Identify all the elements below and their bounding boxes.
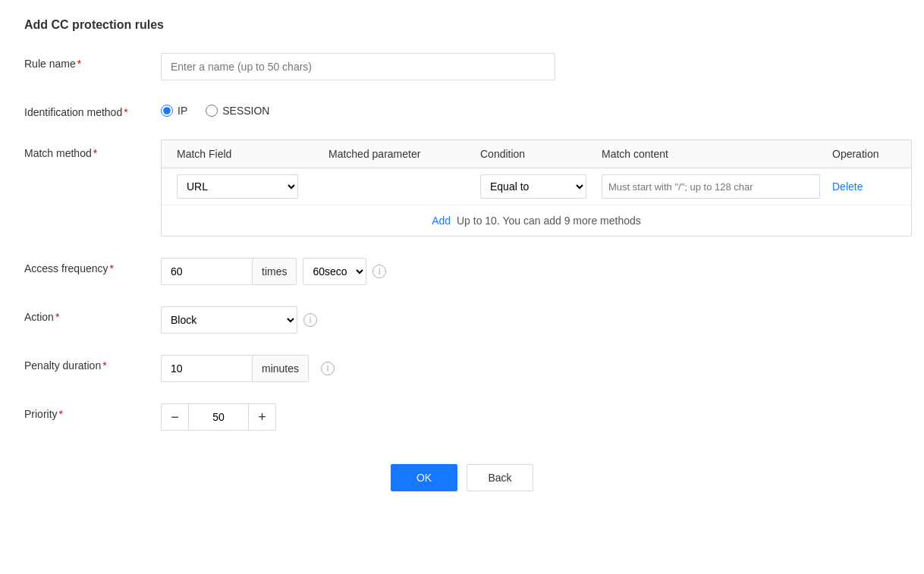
identification-method-control: IP SESSION xyxy=(161,102,900,117)
radio-ip[interactable]: IP xyxy=(161,105,187,117)
action-control: Block Observe Verification code i xyxy=(161,306,900,334)
rule-name-control xyxy=(161,53,900,80)
penalty-group: minutes i xyxy=(161,355,900,382)
match-table-footer: Add Up to 10. You can add 9 more methods xyxy=(162,205,911,236)
rule-name-row: Rule name* xyxy=(24,53,900,80)
frequency-group: times 10seco 20seco 30seco 60seco 2min 5… xyxy=(161,258,900,285)
frequency-value-input[interactable] xyxy=(161,258,252,285)
identification-method-label: Identification method* xyxy=(24,102,161,118)
penalty-info-icon[interactable]: i xyxy=(321,362,335,375)
frequency-info-icon[interactable]: i xyxy=(372,265,386,278)
frequency-period-select[interactable]: 10seco 20seco 30seco 60seco 2min 5min xyxy=(303,258,366,285)
penalty-value-input[interactable] xyxy=(161,355,252,382)
match-table-header: Match Field Matched parameter Condition … xyxy=(162,140,911,168)
priority-decrement-button[interactable]: − xyxy=(161,403,188,431)
match-table: Match Field Matched parameter Condition … xyxy=(161,140,912,237)
match-table-row: URL Equal to Not equal to Contains xyxy=(162,168,911,205)
match-content-cell xyxy=(596,174,826,199)
col-operation: Operation xyxy=(826,140,902,168)
match-method-label: Match method* xyxy=(24,140,161,159)
match-method-row: Match method* Match Field Matched parame… xyxy=(24,140,900,237)
col-condition: Condition xyxy=(474,140,596,168)
add-method-button[interactable]: Add xyxy=(432,215,451,227)
radio-session-input[interactable] xyxy=(206,105,218,117)
action-select[interactable]: Block Observe Verification code xyxy=(161,306,297,334)
frequency-unit: times xyxy=(252,258,297,285)
rule-name-input[interactable] xyxy=(161,53,555,80)
condition-select[interactable]: Equal to Not equal to Contains xyxy=(480,174,586,199)
access-frequency-row: Access frequency* times 10seco 20seco 30… xyxy=(24,258,900,285)
rule-name-label: Rule name* xyxy=(24,53,161,70)
radio-session-label: SESSION xyxy=(222,105,269,117)
penalty-duration-label: Penalty duration* xyxy=(24,355,161,372)
add-method-hint: Up to 10. You can add 9 more methods xyxy=(457,215,641,227)
penalty-duration-control: minutes i xyxy=(161,355,900,382)
page-title: Add CC protection rules xyxy=(24,18,900,32)
col-match-content: Match content xyxy=(596,140,826,168)
col-match-field: Match Field xyxy=(171,140,322,168)
radio-session[interactable]: SESSION xyxy=(206,105,269,117)
match-content-input[interactable] xyxy=(602,174,820,199)
priority-increment-button[interactable]: + xyxy=(249,403,276,431)
priority-control: − + xyxy=(161,403,900,431)
action-row: Action* Block Observe Verification code … xyxy=(24,306,900,334)
delete-row-button[interactable]: Delete xyxy=(832,180,863,193)
access-frequency-control: times 10seco 20seco 30seco 60seco 2min 5… xyxy=(161,258,900,285)
priority-value-input[interactable] xyxy=(188,403,249,431)
match-method-control: Match Field Matched parameter Condition … xyxy=(161,140,912,237)
operation-cell: Delete xyxy=(826,180,902,193)
col-matched-parameter: Matched parameter xyxy=(322,140,474,168)
back-button[interactable]: Back xyxy=(467,464,533,491)
condition-cell: Equal to Not equal to Contains xyxy=(474,174,596,199)
access-frequency-label: Access frequency* xyxy=(24,258,161,274)
field-cell: URL xyxy=(171,174,322,199)
penalty-unit: minutes xyxy=(252,355,309,382)
priority-row: Priority* − + xyxy=(24,403,900,431)
identification-method-row: Identification method* IP SESSION xyxy=(24,102,900,118)
match-field-select[interactable]: URL xyxy=(177,174,298,199)
form-footer: OK Back xyxy=(24,452,900,491)
radio-ip-input[interactable] xyxy=(161,105,173,117)
radio-ip-label: IP xyxy=(178,105,187,117)
action-info-icon[interactable]: i xyxy=(303,313,317,327)
action-label: Action* xyxy=(24,306,161,323)
ok-button[interactable]: OK xyxy=(391,464,457,491)
priority-label: Priority* xyxy=(24,403,161,420)
priority-group: − + xyxy=(161,403,900,431)
penalty-duration-row: Penalty duration* minutes i xyxy=(24,355,900,382)
